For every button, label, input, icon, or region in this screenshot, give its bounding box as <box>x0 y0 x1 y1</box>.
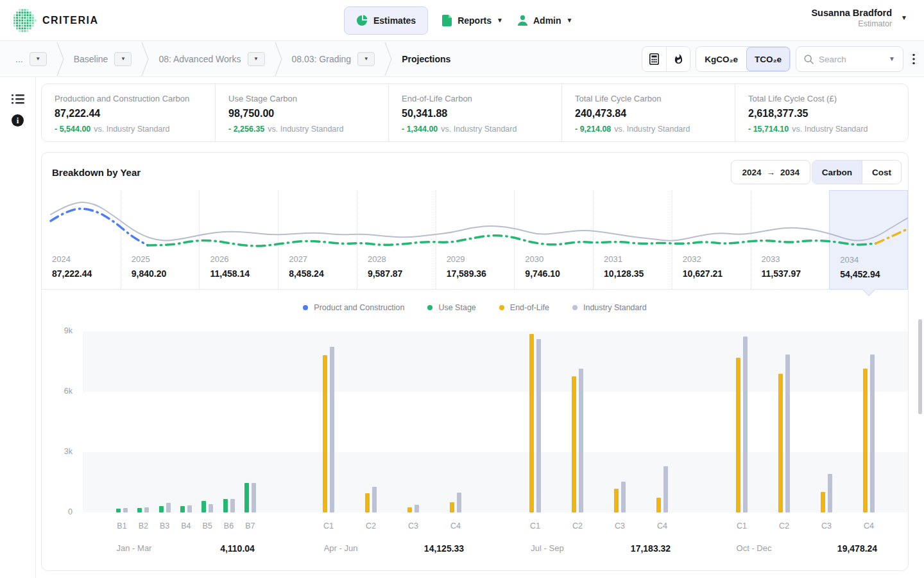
grid-band <box>83 392 908 452</box>
year-label: 2031 <box>604 254 622 264</box>
year-value: 9,746.10 <box>525 268 560 279</box>
period-label: Apr - Jun <box>299 543 382 553</box>
unit-option-selected[interactable]: TCO₂e <box>746 47 790 71</box>
year-value: 8,458.24 <box>289 268 324 279</box>
stat-value: 98,750.00 <box>228 108 375 119</box>
nav-admin[interactable]: Admin ▼ <box>517 15 572 26</box>
breadcrumb-separator <box>141 41 150 77</box>
brand: CRITERIA <box>13 8 99 33</box>
stat-label: Use Stage Carbon <box>228 94 375 103</box>
legend-dot <box>303 305 308 310</box>
nav-estimates[interactable]: Estimates <box>344 6 428 35</box>
year-cell[interactable]: 202487,222.44 <box>42 190 121 290</box>
burn-rate-button[interactable] <box>666 47 690 71</box>
year-cell-selected[interactable]: 203454,452.94 <box>829 190 908 290</box>
nav-reports[interactable]: Reports ▼ <box>442 15 503 26</box>
page: CRITERIA Estimates Reports ▼ <box>0 0 924 578</box>
x-axis-tick: C4 <box>648 521 676 530</box>
outline-list-button[interactable] <box>12 94 24 107</box>
bar-end-of-life <box>529 334 534 512</box>
year-cell[interactable]: 20309,746.10 <box>514 190 593 290</box>
breadcrumb-dropdown-button[interactable]: ▼ <box>30 52 47 66</box>
legend-dot <box>572 305 578 310</box>
user-menu[interactable]: Susanna Bradford Estimator ▼ <box>811 8 907 28</box>
bar-industry-standard <box>187 505 192 512</box>
stat-delta-note: vs. Industry Standard <box>441 125 517 134</box>
stat-label: Production and Construction Carbon <box>55 94 202 103</box>
year-cell[interactable]: 20289,587.87 <box>357 190 436 290</box>
bar-end-of-life <box>572 376 576 512</box>
x-axis-tick: C1 <box>521 521 549 530</box>
legend-label: End-of-Life <box>510 303 549 312</box>
info-icon: i <box>12 114 24 127</box>
year-cell[interactable]: 20278,458.24 <box>278 190 357 290</box>
carbon-cost-toggle: CarbonCost <box>812 160 902 184</box>
info-button[interactable]: i <box>12 114 24 127</box>
x-axis-tick: C2 <box>357 521 385 530</box>
chevron-down-icon: ▼ <box>497 17 503 24</box>
year-cell[interactable]: 203110,128.35 <box>593 190 672 290</box>
year-label: 2034 <box>840 255 859 265</box>
x-axis-tick: C4 <box>855 521 883 530</box>
unit-option-unselected[interactable]: KgCO₂e <box>696 47 746 71</box>
year-label: 2025 <box>132 254 150 264</box>
user-meta: Susanna Bradford Estimator <box>811 8 892 28</box>
grid-band <box>83 331 908 392</box>
stat-delta: - 15,714.10 <box>748 125 789 134</box>
search-select[interactable]: Search ▼ <box>796 46 903 72</box>
stat-delta: - 5,544.00 <box>55 125 90 134</box>
year-cell[interactable]: 203311,537.97 <box>751 190 830 290</box>
bar-industry-standard <box>536 339 541 512</box>
bar-industry-standard <box>785 355 790 512</box>
stat-delta: - 1,344.00 <box>402 125 438 134</box>
breadcrumb-dropdown-button[interactable]: ▼ <box>357 52 375 66</box>
bar-end-of-life <box>736 358 740 512</box>
bar-end-of-life <box>450 502 454 512</box>
breadcrumb-dropdown-button[interactable]: ▼ <box>248 52 265 66</box>
bar-industry-standard <box>621 482 626 512</box>
breadcrumb-item: Baseline▼ <box>74 52 132 66</box>
year-cell[interactable]: 202917,589.36 <box>436 190 515 290</box>
x-axis-tick: C3 <box>606 521 634 530</box>
stat-delta-note: vs. Industry Standard <box>792 125 868 134</box>
range-from: 2024 <box>742 168 761 177</box>
legend-label: Industry Standard <box>583 303 647 312</box>
breadcrumb-dropdown-button[interactable]: ▼ <box>114 52 132 66</box>
report-file-icon <box>442 15 452 26</box>
app-header: CRITERIA Estimates Reports ▼ <box>0 0 924 41</box>
more-options-button[interactable] <box>912 53 915 65</box>
y-axis-tick: 6k <box>51 387 73 396</box>
stat-delta-note: vs. Industry Standard <box>614 125 690 134</box>
calculator-button[interactable] <box>642 47 666 71</box>
legend-item: Industry Standard <box>572 303 647 312</box>
person-icon <box>517 15 528 26</box>
search-placeholder: Search <box>819 55 884 64</box>
year-cell[interactable]: 203210,627.21 <box>672 190 751 290</box>
breadcrumb-bar: ...▼Baseline▼08: Advanced Works▼08.03: G… <box>0 41 924 77</box>
bar-industry-standard <box>144 507 149 512</box>
year-value: 54,452.94 <box>840 269 880 279</box>
stat-card: Total Life Cycle Carbon240,473.84- 9,214… <box>561 84 735 141</box>
breadcrumb-separator <box>56 41 65 77</box>
bar-end-of-life <box>323 355 327 512</box>
period-label: Jan - Mar <box>92 543 176 553</box>
stat-label: Total Life Cycle Carbon <box>575 94 722 103</box>
year-cell[interactable]: 20259,840.20 <box>121 190 200 290</box>
year-label: 2026 <box>210 254 228 264</box>
x-axis-tick: C2 <box>563 521 592 530</box>
view-option-carbon[interactable]: Carbon <box>812 161 862 184</box>
year-value: 87,222.44 <box>52 268 92 279</box>
breadcrumb: ...▼Baseline▼08: Advanced Works▼08.03: G… <box>0 41 450 77</box>
year-label: 2030 <box>525 254 543 264</box>
flame-icon <box>673 53 684 65</box>
view-option-cost[interactable]: Cost <box>862 161 901 184</box>
period-total: 17,183.32 <box>609 543 692 554</box>
year-cell[interactable]: 202611,458.14 <box>199 190 278 290</box>
bar-use-stage <box>159 506 164 512</box>
brand-name: CRITERIA <box>42 15 99 26</box>
year-range-button[interactable]: 2024 → 2034 <box>731 160 810 184</box>
stat-delta-note: vs. Industry Standard <box>94 125 169 134</box>
vertical-scrollbar-thumb[interactable] <box>918 319 922 414</box>
list-icon <box>12 94 24 105</box>
stat-delta-row: - 2,256.35vs. Industry Standard <box>228 125 375 134</box>
